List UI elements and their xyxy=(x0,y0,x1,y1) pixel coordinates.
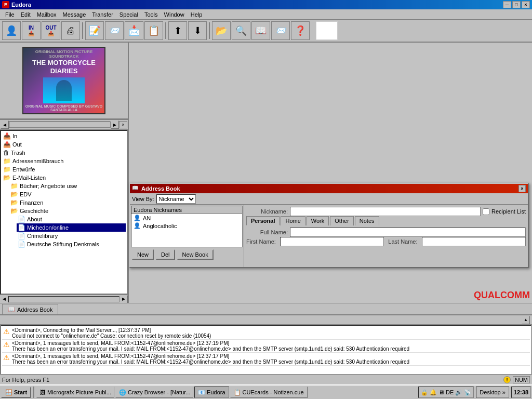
tree-item-crime[interactable]: 📄Crimelibrary xyxy=(17,232,126,240)
warning-icon-1: ⚠ xyxy=(3,340,10,352)
tab-personal[interactable]: Personal xyxy=(246,216,280,225)
taskbar-item-browser[interactable]: 🌐 Crazy Browser - [Natur... xyxy=(115,387,193,398)
log-scroll-up[interactable]: ▲ xyxy=(522,316,530,324)
addr-tabs: Personal Home Work Other Notes xyxy=(246,216,526,225)
folder-tree[interactable]: 📥In 📤Out 🗑Trash 📁Adressenmißbrauch 📁Entw… xyxy=(0,130,128,295)
tree-item-geschichte[interactable]: 📂Geschichte xyxy=(9,207,126,215)
new-book-btn[interactable]: New Book xyxy=(177,249,214,260)
toolbar-help-btn[interactable]: ❓ xyxy=(291,21,310,40)
tree-item-deutsche[interactable]: 📄Deutsche Stiftung Denkmals xyxy=(17,240,126,248)
tree-item-finanzen[interactable]: 📂Finanzen xyxy=(9,198,126,207)
taskbar-item-micrografx[interactable]: 🖼 Micrografx Picture Publ... xyxy=(36,387,114,398)
systray-icon-3: 🖥 xyxy=(438,389,444,395)
close-btn[interactable]: × xyxy=(522,1,530,8)
taskbar-item-eudora[interactable]: 📧 Eudora xyxy=(194,387,229,398)
title-bar-buttons[interactable]: ─ □ × xyxy=(503,1,530,8)
toolbar-redirect-btn[interactable]: 📋 xyxy=(144,21,163,40)
toolbar-in-btn[interactable]: IN 📥 xyxy=(22,21,41,40)
addr-list-header: Eudora Nicknames xyxy=(131,206,242,214)
view-by-label: View By: xyxy=(132,196,154,202)
menu-mailbox[interactable]: Mailbox xyxy=(34,10,60,19)
toolbar-forward-btn[interactable]: 📩 xyxy=(125,21,143,40)
tree-hscroll-left[interactable]: ◀ xyxy=(0,295,8,303)
del-btn[interactable]: Del xyxy=(156,249,175,260)
tab-notes[interactable]: Notes xyxy=(355,216,379,225)
tree-close-btn[interactable]: × xyxy=(119,121,127,128)
start-button[interactable]: 🪟 Start xyxy=(1,387,31,398)
new-btn[interactable]: New xyxy=(132,249,154,260)
view-by-select[interactable]: Nickname First Name Last Name Email xyxy=(156,194,196,204)
fullname-input[interactable] xyxy=(290,228,526,237)
systray-icon-4: 📡 xyxy=(464,389,471,396)
tab-work[interactable]: Work xyxy=(307,216,329,225)
tree-item-edv[interactable]: 📂EDV xyxy=(9,190,126,198)
toolbar-search-btn[interactable]: 🔍 xyxy=(232,21,250,40)
address-book-tab[interactable]: 📖 Address Book xyxy=(2,304,58,314)
right-panel: 📖 Address Book × View By: Nickname First… xyxy=(129,43,532,303)
warning-icon-0: ⚠ xyxy=(3,327,10,339)
toolbar-address-btn[interactable]: 📖 xyxy=(251,21,270,40)
tree-scroll-right[interactable]: ▶ xyxy=(111,121,119,129)
addr-list[interactable]: Eudora Nicknames 👤 AN 👤 Anglocatholic xyxy=(131,206,243,247)
menu-message[interactable]: Message xyxy=(60,10,89,19)
addr-list-item-anglocatholic[interactable]: 👤 Anglocatholic xyxy=(131,222,242,230)
menu-transfer[interactable]: Transfer xyxy=(89,10,116,19)
log-text-1: <Dominant>, 1 messages left to send, MAI… xyxy=(12,340,409,346)
tree-item-adress[interactable]: 📁Adressenmißbrauch xyxy=(2,157,126,165)
eudora-nicknames-label: Eudora Nicknames xyxy=(134,207,182,213)
toolbar-print-btn[interactable]: 🖨 xyxy=(61,21,80,40)
menu-help[interactable]: Help xyxy=(188,10,206,19)
addr-book-tab-bar: 📖 Address Book xyxy=(0,303,532,314)
menu-window[interactable]: Window xyxy=(161,10,188,19)
toolbar-user-btn[interactable]: 👤 xyxy=(2,21,21,40)
recipient-list-checkbox[interactable] xyxy=(483,208,489,215)
tab-other[interactable]: Other xyxy=(330,216,354,225)
addr-close-btn[interactable]: × xyxy=(518,185,526,192)
toolbar-white-btn[interactable] xyxy=(316,21,338,40)
toolbar-send-btn[interactable]: 📨 xyxy=(271,21,290,40)
movie-poster: ORIGINAL MOTION PICTURE SOUNDTRACK THE M… xyxy=(22,47,105,114)
tree-scroll-left[interactable]: ◀ xyxy=(1,121,9,129)
lastname-label: Last Name: xyxy=(388,238,417,245)
tree-item-michedon[interactable]: 📄Michedon/online xyxy=(17,223,126,232)
menu-edit[interactable]: Edit xyxy=(18,10,34,19)
minimize-btn[interactable]: ─ xyxy=(503,1,511,8)
doc-deutsche-icon: 📄 xyxy=(18,241,25,248)
nickname-input[interactable] xyxy=(290,207,481,216)
addr-item-anglocatholic-label: Anglocatholic xyxy=(143,223,177,229)
menu-tools[interactable]: Tools xyxy=(141,10,161,19)
menu-special[interactable]: Special xyxy=(116,10,141,19)
lastname-input[interactable] xyxy=(422,237,526,246)
tree-hscroll-right[interactable]: ▶ xyxy=(119,295,128,303)
toolbar-up-btn[interactable]: ⬆ xyxy=(168,21,187,40)
desktop-btn[interactable]: Desktop » xyxy=(476,387,509,398)
tree-item-in[interactable]: 📥In xyxy=(2,132,126,140)
outbox-icon: 📤 xyxy=(3,141,11,148)
toolbar-compose-btn[interactable]: 📝 xyxy=(85,21,104,40)
firstname-input[interactable] xyxy=(280,237,384,246)
fullname-label: Full Name: xyxy=(246,229,288,235)
addr-tab-icon: 📖 xyxy=(8,306,15,313)
doc-about-icon: 📄 xyxy=(18,216,25,223)
tree-item-bucher[interactable]: 📁Bücher; Angebote usw xyxy=(9,182,126,190)
tree-item-entwurfe[interactable]: 📁Entwürfe xyxy=(2,165,126,174)
toolbar-out-btn[interactable]: OUT 📤 xyxy=(42,21,60,40)
toolbar: 👤 IN 📥 OUT 📤 🖨 📝 📨 📩 📋 ⬆ ⬇ 📂 🔍 📖 📨 ❓ xyxy=(0,20,532,43)
toolbar-reply-btn[interactable]: 📨 xyxy=(105,21,124,40)
toolbar-mailbox-btn[interactable]: 📂 xyxy=(212,21,231,40)
maximize-btn[interactable]: □ xyxy=(512,1,521,8)
taskbar-item-cuecards[interactable]: 📋 CUEcards - Notizen.cue xyxy=(230,387,308,398)
addr-fields-panel: Nickname: Recipient List Personal Home W… xyxy=(244,205,528,267)
tab-home[interactable]: Home xyxy=(281,216,305,225)
tree-item-trash[interactable]: 🗑Trash xyxy=(2,149,126,157)
log-content: ⚠ <Dominant>, Connecting to the Mail Ser… xyxy=(1,325,531,374)
addr-tab-label: Address Book xyxy=(17,307,52,313)
toolbar-down-btn[interactable]: ⬇ xyxy=(188,21,207,40)
folder-expand-icon: 📂 xyxy=(3,174,11,181)
addr-list-item-an[interactable]: 👤 AN xyxy=(131,214,242,222)
tree-item-out[interactable]: 📤Out xyxy=(2,140,126,149)
menu-file[interactable]: File xyxy=(2,10,18,19)
addr-content: Eudora Nicknames 👤 AN 👤 Anglocatholic xyxy=(130,205,528,267)
tree-item-about[interactable]: 📄About xyxy=(17,215,126,223)
tree-item-email-listen[interactable]: 📂E-Mail-Listen xyxy=(2,174,126,182)
